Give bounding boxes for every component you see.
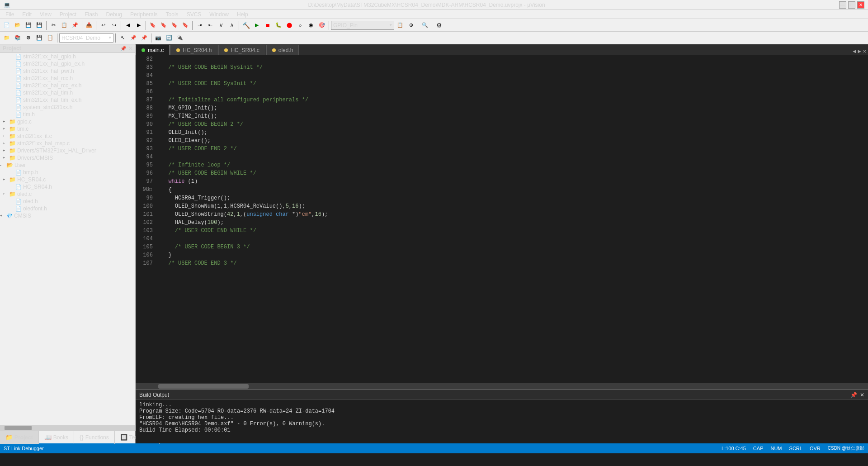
table-row[interactable]: 91 OLED_Init(); [136,128,868,137]
table-row[interactable]: 85 /* USER CODE END SysInit */ [136,80,868,88]
table-row[interactable]: 83 /* USER CODE BEGIN SysInit */ [136,63,868,71]
tree-item[interactable]: +📁HC_SR04.c [0,176,135,183]
table-row[interactable]: 93 /* USER CODE END 2 */ [136,145,868,153]
line-code[interactable]: /* USER CODE BEGIN SysInit */ [158,63,868,71]
template-button[interactable]: 📋 [45,33,55,43]
line-code[interactable]: OLED_Clear(); [158,137,868,145]
tree-item[interactable]: 📄stm32f1xx_hal_gpio.h [0,53,135,60]
maximize-button[interactable]: □ [848,1,855,9]
menu-debug[interactable]: Debug [103,10,126,19]
table-row[interactable]: 99 HCSR04_Trigger(); [136,194,868,202]
redo-button[interactable]: ↪ [109,20,119,30]
bottom-tab-books[interactable]: 📖 Books [39,431,74,444]
table-row[interactable]: 101 OLED_ShowString(42,1,(unsigned char … [136,210,868,219]
nav-forward-button[interactable]: ▶ [134,20,144,30]
dropdown-button-2[interactable]: 📋 [395,20,405,30]
tree-item[interactable]: +📁oled.c [0,190,135,198]
tree-item[interactable]: +📁Drivers/CMSIS [0,154,135,162]
copy-button[interactable]: 📋 [59,20,69,30]
bookmark-button[interactable]: 🔖 [148,20,158,30]
undo-button[interactable]: ↩ [98,20,108,30]
stop-button[interactable]: ⏹ [263,20,273,30]
line-code[interactable]: MX_TIM2_Init(); [158,112,868,120]
menu-edit[interactable]: Edit [19,10,35,19]
pin-green-button[interactable]: 📌 [139,33,149,43]
menu-tools[interactable]: Tools [162,10,182,19]
tree-item[interactable]: 📄stm32f1xx_hal_tim.h [0,89,135,96]
tree-item[interactable]: +📁stm32f1xx_it.c [0,133,135,140]
line-code[interactable]: /* USER CODE BEGIN WHILE */ [158,169,868,177]
minimize-button[interactable]: — [839,1,846,9]
menu-file[interactable]: File [2,10,18,19]
line-code[interactable] [158,55,868,63]
line-code[interactable] [158,153,868,161]
line-code[interactable]: /* USER CODE BEGIN 3 */ [158,243,868,251]
tab-hc-sr04-h[interactable]: HC_SR04.h [170,45,217,55]
build-icon[interactable]: 🔨 [241,20,251,30]
tree-item[interactable]: 📄system_stm32f1xx.h [0,104,135,111]
table-row[interactable]: 94 [136,153,868,161]
tree-item[interactable]: 📄tim.h [0,111,135,118]
tree-item[interactable]: 📄stm32f1xx_hal_rcc_ex.h [0,82,135,89]
cursor-button[interactable]: ↖ [118,33,127,43]
line-code[interactable] [158,88,868,96]
project-close-button[interactable]: ✕ [128,46,132,52]
circle-button[interactable]: ○ [295,20,305,30]
project-name-dropdown[interactable]: HCSR04_Demo ▼ [59,33,113,43]
line-code[interactable]: MX_GPIO_Init(); [158,104,868,112]
tab-oled-h[interactable]: oled.h [266,45,299,55]
line-code[interactable]: HAL_Delay(100); [158,219,868,227]
uncomment-button[interactable]: // [227,20,237,30]
menu-svcs[interactable]: SVCS [183,10,205,19]
run-button[interactable]: ▶ [252,20,262,30]
erase-button[interactable]: ◉ [306,20,316,30]
target-button[interactable]: 🎯 [317,20,327,30]
table-row[interactable]: 98□ { [136,185,868,194]
table-row[interactable]: 86 [136,88,868,96]
tree-item[interactable]: 📄stm32f1xx_hal_pwr.h [0,67,135,75]
build-close-button[interactable]: ✕ [860,392,864,398]
tab-main-c[interactable]: main.c [136,45,170,55]
tree-item[interactable]: +📁stm32f1xx_hal_msp.c [0,140,135,147]
load-button[interactable]: 📥 [84,20,94,30]
clear-bookmark-button[interactable]: 🔖 [180,20,190,30]
line-code[interactable]: HCSR04_Trigger(); [158,194,868,202]
menu-peripherals[interactable]: Peripherals [127,10,161,19]
close-button[interactable]: ✕ [857,1,864,9]
fold-button[interactable]: □ [149,187,152,192]
tabs-close-all-button[interactable]: ✕ [863,48,866,55]
project-pin-button[interactable]: 📌 [120,46,127,52]
gpio-pin-dropdown[interactable]: GPIO_Pin ▼ [331,21,394,30]
table-row[interactable]: 104 [136,235,868,243]
tree-item[interactable]: +📁gpio.c [0,118,135,125]
line-code[interactable]: OLED_Init(); [158,128,868,137]
prev-bookmark-button[interactable]: 🔖 [170,20,179,30]
table-row[interactable]: 92 OLED_Clear(); [136,137,868,145]
tree-item[interactable]: 📄oledfont.h [0,205,135,212]
comment-button[interactable]: // [216,20,226,30]
tabs-scroll-left-button[interactable]: ◀ [853,48,856,55]
table-row[interactable]: 95 /* Infinite loop */ [136,161,868,169]
tree-item[interactable]: +📁tim.c [0,125,135,133]
table-row[interactable]: 97 while (1) [136,177,868,185]
table-row[interactable]: 88 MX_GPIO_Init(); [136,104,868,112]
table-row[interactable]: 102 HAL_Delay(100); [136,219,868,227]
menu-help[interactable]: Help [233,10,252,19]
indent-button[interactable]: ⇥ [194,20,204,30]
tree-item[interactable]: 📄oled.h [0,198,135,205]
save-all-button[interactable]: 💾 [34,20,44,30]
tabs-scroll-right-button[interactable]: ▶ [858,48,861,55]
line-code[interactable]: while (1) [158,177,868,185]
pin-button[interactable]: 📌 [128,33,138,43]
new-file-button[interactable]: 📄 [2,20,12,30]
line-code[interactable] [158,71,868,80]
save-button[interactable]: 💾 [24,20,33,30]
table-row[interactable]: 103 /* USER CODE END WHILE */ [136,227,868,235]
project-horizontal-scrollbar[interactable] [0,425,135,431]
code-horizontal-scrollbar[interactable] [136,383,868,389]
tree-item[interactable]: 📄stm32f1xx_hal_gpio_ex.h [0,60,135,67]
search-button[interactable]: 🔍 [420,20,430,30]
line-code[interactable]: } [158,251,868,259]
table-row[interactable]: 96 /* USER CODE BEGIN WHILE */ [136,169,868,177]
cut-button[interactable]: ✂ [48,20,58,30]
